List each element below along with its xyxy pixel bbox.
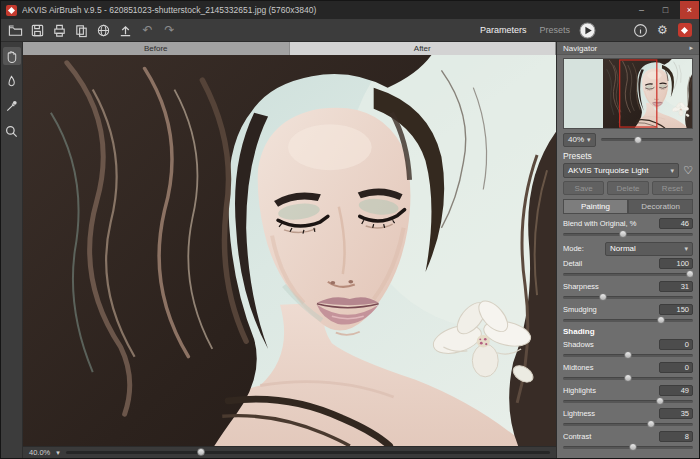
blend-value[interactable]: 46 bbox=[659, 218, 693, 229]
smudging-slider[interactable] bbox=[563, 315, 693, 325]
presets-section-label: Presets bbox=[563, 151, 693, 161]
navigator-thumbnail[interactable] bbox=[563, 58, 693, 129]
lightness-slider-handle[interactable] bbox=[647, 420, 655, 428]
zoom-dropdown[interactable]: 40% ▾ bbox=[563, 133, 596, 147]
detail-value[interactable]: 100 bbox=[659, 258, 693, 269]
smudging-slider-handle[interactable] bbox=[657, 316, 665, 324]
preset-reset-button[interactable]: Reset bbox=[652, 181, 693, 195]
preset-delete-button[interactable]: Delete bbox=[607, 181, 648, 195]
preset-buttons-row: Save Delete Reset bbox=[563, 181, 693, 195]
detail-slider[interactable] bbox=[563, 269, 693, 279]
sharpness-slider[interactable] bbox=[563, 292, 693, 302]
tool-sidebar bbox=[1, 42, 23, 458]
sharpness-value[interactable]: 31 bbox=[659, 281, 693, 292]
lightness-slider[interactable] bbox=[563, 419, 693, 429]
info-icon[interactable] bbox=[632, 22, 649, 39]
status-zoom-dropdown-icon[interactable]: ▾ bbox=[56, 449, 60, 457]
zoom-tool-icon[interactable] bbox=[3, 122, 21, 140]
parameters-label[interactable]: Parameters bbox=[480, 25, 527, 35]
navigator-zoom-row: 40% ▾ bbox=[563, 132, 693, 147]
midtones-value[interactable]: 0 bbox=[659, 362, 693, 373]
midtones-row: Midtones0 bbox=[563, 361, 693, 373]
title-bar: AKVIS AirBrush v.9.5 - 620851023-shutter… bbox=[1, 1, 699, 19]
undo-icon[interactable]: ↶ bbox=[139, 22, 156, 39]
about-akvis-icon[interactable] bbox=[676, 22, 693, 39]
favorite-heart-icon[interactable]: ♡ bbox=[683, 165, 693, 176]
mode-row: Mode:Normal▾ bbox=[563, 241, 693, 256]
navigator-collapse-icon[interactable]: ▸ bbox=[689, 44, 693, 52]
smudge-tool-icon[interactable] bbox=[3, 72, 21, 90]
smudging-label: Smudging bbox=[563, 305, 597, 314]
canvas-tabstrip: Before After bbox=[23, 42, 556, 55]
tab-before[interactable]: Before bbox=[23, 42, 290, 55]
highlights-slider-handle[interactable] bbox=[656, 397, 664, 405]
close-button[interactable]: × bbox=[680, 1, 699, 19]
open-icon[interactable] bbox=[7, 22, 24, 39]
tab-decoration[interactable]: Decoration bbox=[628, 199, 693, 214]
status-zoom-slider[interactable] bbox=[66, 451, 550, 454]
navigator-zoom-slider-handle[interactable] bbox=[634, 136, 642, 144]
contrast-label: Contrast bbox=[563, 432, 591, 441]
midtones-label: Midtones bbox=[563, 363, 593, 372]
shadows-value[interactable]: 0 bbox=[659, 339, 693, 350]
settings-gear-icon[interactable]: ⚙ bbox=[654, 22, 671, 39]
copy-icon[interactable] bbox=[73, 22, 90, 39]
shadows-row: Shadows0 bbox=[563, 338, 693, 350]
preset-save-button[interactable]: Save bbox=[563, 181, 604, 195]
save-icon[interactable] bbox=[29, 22, 46, 39]
status-zoom-value[interactable]: 40.0% bbox=[29, 448, 50, 457]
detail-row: Detail100 bbox=[563, 257, 693, 269]
tab-after[interactable]: After bbox=[290, 42, 557, 55]
eyedropper-tool-icon[interactable] bbox=[3, 97, 21, 115]
minimize-button[interactable]: – bbox=[632, 1, 651, 19]
smudging-row: Smudging150 bbox=[563, 303, 693, 315]
blend-slider[interactable] bbox=[563, 229, 693, 239]
highlights-value[interactable]: 49 bbox=[659, 385, 693, 396]
shadows-slider-handle[interactable] bbox=[624, 351, 632, 359]
navigator-header[interactable]: Navigator ▸ bbox=[557, 42, 699, 55]
settings-panel: Navigator ▸ 40% ▾ Presets bbox=[556, 42, 699, 458]
redo-icon[interactable]: ↷ bbox=[161, 22, 178, 39]
midtones-slider[interactable] bbox=[563, 373, 693, 383]
params-list: Blend with Original, %46Mode:Normal▾Deta… bbox=[563, 217, 693, 456]
canvas-column: Before After 40.0% ▾ bbox=[23, 42, 556, 458]
shadows-slider[interactable] bbox=[563, 350, 693, 360]
mode-dropdown-arrow-icon: ▾ bbox=[684, 245, 688, 253]
lightness-slider-groove bbox=[563, 423, 693, 426]
preset-dropdown[interactable]: AKVIS Turquoise Light ▾ bbox=[563, 163, 679, 178]
maximize-button[interactable]: □ bbox=[656, 1, 675, 19]
sharpness-slider-handle[interactable] bbox=[599, 293, 607, 301]
contrast-slider[interactable] bbox=[563, 442, 693, 452]
shadows-label: Shadows bbox=[563, 340, 594, 349]
highlights-slider[interactable] bbox=[563, 396, 693, 406]
blend-slider-handle[interactable] bbox=[619, 230, 627, 238]
upload-icon[interactable] bbox=[117, 22, 134, 39]
mode-value: Normal bbox=[610, 244, 636, 253]
highlights-row: Highlights49 bbox=[563, 384, 693, 396]
navigator-zoom-slider[interactable] bbox=[601, 138, 693, 141]
main-toolbar: ↶ ↷ Parameters Presets ⚙ bbox=[1, 19, 699, 42]
mode-label: Mode: bbox=[563, 244, 584, 253]
section-header-spray: Spray bbox=[563, 453, 693, 456]
hand-tool-icon[interactable] bbox=[3, 47, 21, 65]
section-header-shading: Shading bbox=[563, 326, 693, 338]
blend-label: Blend with Original, % bbox=[563, 219, 636, 228]
detail-slider-handle[interactable] bbox=[686, 270, 693, 278]
lightness-value[interactable]: 35 bbox=[659, 408, 693, 419]
image-canvas[interactable] bbox=[23, 55, 556, 446]
share-icon[interactable] bbox=[95, 22, 112, 39]
mode-select[interactable]: Normal▾ bbox=[605, 242, 693, 256]
run-icon[interactable] bbox=[579, 22, 596, 39]
status-zoom-slider-handle[interactable] bbox=[197, 448, 205, 456]
sharpness-row: Sharpness31 bbox=[563, 280, 693, 292]
preset-row: AKVIS Turquoise Light ▾ ♡ bbox=[563, 163, 693, 178]
smudging-value[interactable]: 150 bbox=[659, 304, 693, 315]
lightness-label: Lightness bbox=[563, 409, 595, 418]
tab-painting[interactable]: Painting bbox=[563, 199, 628, 214]
contrast-value[interactable]: 8 bbox=[659, 431, 693, 442]
contrast-slider-handle[interactable] bbox=[629, 443, 637, 451]
print-icon[interactable] bbox=[51, 22, 68, 39]
presets-toggle-label[interactable]: Presets bbox=[539, 25, 570, 35]
midtones-slider-handle[interactable] bbox=[624, 374, 632, 382]
sharpness-slider-groove bbox=[563, 296, 693, 299]
